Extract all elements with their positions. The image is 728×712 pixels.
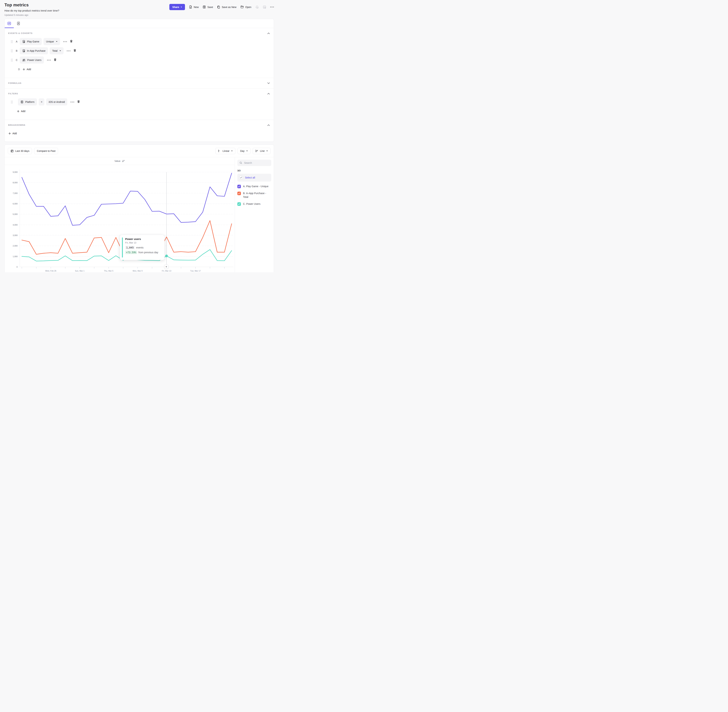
save-as-new-button[interactable]: Save as New bbox=[217, 5, 236, 9]
date-range-button[interactable]: Last 30 days bbox=[8, 148, 32, 154]
date-range-label: Last 30 days bbox=[15, 150, 29, 152]
interval-label: Day bbox=[240, 150, 245, 152]
delete-row-icon[interactable] bbox=[70, 40, 73, 43]
query-builder-panel: EVENTS & COHORTS A Play Game Unique bbox=[4, 19, 274, 142]
events-cohorts-label: EVENTS & COHORTS bbox=[8, 32, 33, 34]
filters-label: FILTERS bbox=[8, 92, 18, 95]
drag-handle[interactable] bbox=[11, 50, 13, 52]
value-header-label: Value bbox=[114, 160, 121, 162]
svg-text:7,000: 7,000 bbox=[13, 192, 18, 194]
users-icon bbox=[22, 59, 25, 61]
compare-to-past-button[interactable]: Compare to Past bbox=[34, 148, 58, 154]
delete-row-icon[interactable] bbox=[73, 49, 76, 53]
event-chip-play-game[interactable]: Play Game bbox=[20, 38, 42, 45]
interval-selector-button[interactable]: Day bbox=[238, 148, 250, 154]
cohort-chip-power-users[interactable]: Power Users bbox=[20, 56, 44, 64]
chart-tooltip: Power users Fri, Mar 13 1,045 events +73… bbox=[120, 235, 164, 260]
chevron-down-icon bbox=[231, 150, 233, 151]
legend-item-b[interactable]: B. In-App Purchase - Total bbox=[237, 191, 271, 199]
select-all-row[interactable]: Select all bbox=[237, 174, 271, 181]
row-more-options-button[interactable] bbox=[63, 41, 67, 42]
updated-timestamp: Updated 5 minutes ago bbox=[4, 14, 59, 16]
add-event-button[interactable]: Add bbox=[23, 68, 31, 71]
aggregation-label: Total bbox=[52, 49, 58, 52]
filter-operator-chip[interactable]: = bbox=[39, 98, 44, 105]
event-row-a: A Play Game Unique bbox=[4, 38, 274, 45]
sort-icon bbox=[122, 160, 125, 162]
event-chip-label: Play Game bbox=[27, 40, 39, 43]
drag-handle[interactable] bbox=[11, 40, 13, 43]
chart-type-label: Line bbox=[260, 150, 265, 152]
filter-value-chip[interactable]: iOS or Android bbox=[46, 98, 67, 105]
legend-item-a[interactable]: A. Play Game - Unique bbox=[237, 184, 271, 188]
value-sort-header[interactable]: Value bbox=[4, 157, 235, 165]
aggregation-chip-total[interactable]: Total bbox=[50, 47, 64, 54]
save-icon bbox=[203, 5, 206, 9]
legend-count: 3/3 bbox=[237, 169, 271, 172]
add-to-board-button[interactable] bbox=[263, 5, 266, 9]
alerts-button[interactable] bbox=[255, 5, 259, 9]
filter-row: Platform = iOS or Android bbox=[4, 98, 274, 105]
topbar: Top metrics How do my top product metric… bbox=[0, 0, 278, 16]
event-row-b: B In-App Purchase Total bbox=[4, 47, 274, 54]
save-as-new-button-label: Save as New bbox=[222, 6, 236, 9]
add-filter-button[interactable]: Add bbox=[17, 110, 25, 113]
chart-panel: Last 30 days Compare to Past Linear Day bbox=[4, 145, 274, 272]
collapse-events-chevron-icon[interactable] bbox=[267, 32, 270, 35]
share-button-label: Share bbox=[172, 6, 179, 9]
row-more-options-button[interactable] bbox=[67, 50, 71, 51]
share-button[interactable]: Share bbox=[169, 4, 185, 10]
legend-search-input[interactable] bbox=[244, 162, 267, 164]
line-chart-icon bbox=[255, 149, 259, 153]
new-button[interactable]: New bbox=[189, 5, 199, 9]
tooltip-series-name: Power users bbox=[125, 237, 162, 240]
page-subtitle: How do my top product metrics trend over… bbox=[4, 9, 59, 12]
open-button-label: Open bbox=[245, 6, 252, 9]
aggregation-chip-unique[interactable]: Unique bbox=[43, 38, 60, 45]
tooltip-date: Fri, Mar 13 bbox=[125, 241, 162, 244]
open-button[interactable]: Open bbox=[240, 5, 252, 9]
svg-text:Wed, Feb 26: Wed, Feb 26 bbox=[45, 270, 56, 272]
breakdown-add-row: Add bbox=[4, 130, 274, 137]
legend-item-c[interactable]: C. Power Users bbox=[237, 202, 271, 206]
series-checkbox[interactable] bbox=[237, 191, 241, 195]
collapse-filters-chevron-icon[interactable] bbox=[267, 92, 270, 95]
collapse-breakdowns-chevron-icon[interactable] bbox=[267, 123, 270, 127]
tooltip-change-percent: +73.59% bbox=[125, 251, 137, 254]
legend-search[interactable] bbox=[237, 160, 271, 166]
row-more-options-button[interactable] bbox=[71, 102, 74, 102]
more-options-button[interactable] bbox=[270, 7, 274, 7]
tab-events-metrics[interactable] bbox=[4, 19, 14, 28]
delete-row-icon[interactable] bbox=[53, 58, 57, 62]
chart-type-selector-button[interactable]: Line bbox=[253, 148, 271, 154]
delete-filter-icon[interactable] bbox=[77, 100, 80, 104]
select-all-checkbox[interactable] bbox=[239, 176, 243, 179]
filter-property-chip[interactable]: Platform bbox=[18, 98, 37, 105]
scale-label: Linear bbox=[223, 150, 229, 152]
linear-scale-icon bbox=[218, 149, 221, 152]
series-checkbox[interactable] bbox=[237, 185, 241, 188]
event-click-icon bbox=[22, 49, 25, 52]
add-breakdown-label: Add bbox=[12, 132, 17, 135]
search-icon bbox=[240, 162, 242, 164]
scale-selector-button[interactable]: Linear bbox=[215, 148, 235, 154]
calendar-icon bbox=[10, 149, 14, 153]
plot-pane: Value 01,0002,0003,0004,0005,0006,0007,0… bbox=[4, 157, 235, 272]
expand-formulas-chevron-icon[interactable] bbox=[267, 82, 270, 85]
topbar-left: Top metrics How do my top product metric… bbox=[4, 3, 59, 16]
page-title: Top metrics bbox=[4, 3, 59, 7]
add-breakdown-button[interactable]: Add bbox=[9, 132, 17, 135]
filters-section: FILTERS Platform = iOS or Android bbox=[4, 89, 274, 120]
series-checkbox[interactable] bbox=[237, 202, 241, 206]
save-button[interactable]: Save bbox=[203, 5, 213, 9]
trend-line-chart: 01,0002,0003,0004,0005,0006,0007,0008,00… bbox=[4, 165, 235, 272]
tooltip-value: 1,045 bbox=[125, 246, 135, 249]
drag-handle[interactable] bbox=[11, 59, 13, 61]
event-row-d-add: D Add bbox=[4, 66, 274, 73]
add-annotation-button[interactable]: + bbox=[164, 265, 169, 269]
svg-text:0: 0 bbox=[16, 266, 18, 268]
row-more-options-button[interactable] bbox=[47, 60, 51, 61]
tab-user-profiles[interactable] bbox=[14, 19, 23, 28]
drag-handle[interactable] bbox=[11, 101, 13, 103]
event-chip-in-app-purchase[interactable]: In-App Purchase bbox=[20, 47, 48, 54]
